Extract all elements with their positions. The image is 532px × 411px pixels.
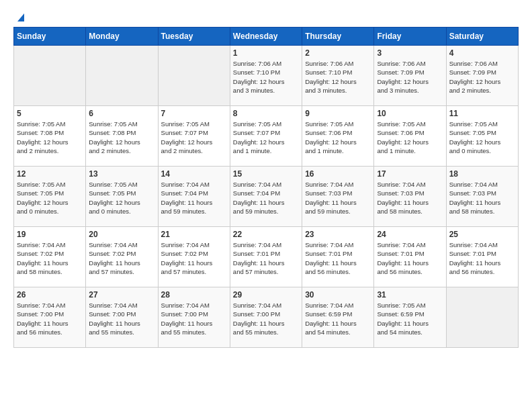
calendar-cell: 19Sunrise: 7:04 AM Sunset: 7:02 PM Dayli… <box>14 227 86 287</box>
day-info: Sunrise: 7:04 AM Sunset: 7:01 PM Dayligh… <box>449 240 515 276</box>
day-number: 29 <box>233 290 299 300</box>
day-number: 9 <box>305 109 371 118</box>
day-number: 18 <box>449 169 515 179</box>
day-info: Sunrise: 7:05 AM Sunset: 7:06 PM Dayligh… <box>377 120 443 155</box>
day-number: 19 <box>17 230 83 239</box>
calendar-cell <box>14 46 86 106</box>
week-row-4: 19Sunrise: 7:04 AM Sunset: 7:02 PM Dayli… <box>14 227 519 287</box>
day-info: Sunrise: 7:06 AM Sunset: 7:09 PM Dayligh… <box>377 59 443 95</box>
svg-marker-0 <box>17 13 24 21</box>
day-number: 5 <box>17 109 83 118</box>
day-number: 6 <box>89 109 154 118</box>
day-info: Sunrise: 7:05 AM Sunset: 6:59 PM Dayligh… <box>377 301 443 336</box>
logo-icon <box>15 11 27 23</box>
day-info: Sunrise: 7:05 AM Sunset: 7:05 PM Dayligh… <box>449 120 515 155</box>
calendar-cell: 15Sunrise: 7:04 AM Sunset: 7:04 PM Dayli… <box>230 167 302 227</box>
calendar-cell: 24Sunrise: 7:04 AM Sunset: 7:01 PM Dayli… <box>374 227 446 287</box>
calendar-cell: 30Sunrise: 7:04 AM Sunset: 6:59 PM Dayli… <box>302 287 374 348</box>
day-info: Sunrise: 7:04 AM Sunset: 7:00 PM Dayligh… <box>233 301 299 336</box>
calendar-cell: 20Sunrise: 7:04 AM Sunset: 7:02 PM Dayli… <box>86 227 158 287</box>
day-info: Sunrise: 7:06 AM Sunset: 7:10 PM Dayligh… <box>233 59 299 95</box>
day-number: 12 <box>17 169 83 179</box>
dow-header-monday: Monday <box>86 28 158 46</box>
page-header <box>13 13 519 20</box>
day-number: 16 <box>305 169 371 179</box>
calendar-cell: 7Sunrise: 7:05 AM Sunset: 7:07 PM Daylig… <box>158 106 230 167</box>
day-number: 24 <box>377 230 443 239</box>
dow-header-saturday: Saturday <box>446 28 518 46</box>
day-info: Sunrise: 7:05 AM Sunset: 7:05 PM Dayligh… <box>17 180 83 216</box>
day-info: Sunrise: 7:04 AM Sunset: 7:00 PM Dayligh… <box>17 301 83 336</box>
day-info: Sunrise: 7:04 AM Sunset: 7:04 PM Dayligh… <box>233 180 299 216</box>
logo <box>13 13 27 20</box>
day-info: Sunrise: 7:04 AM Sunset: 6:59 PM Dayligh… <box>305 301 371 336</box>
day-number: 10 <box>377 109 443 118</box>
day-number: 28 <box>161 290 227 300</box>
calendar-cell: 12Sunrise: 7:05 AM Sunset: 7:05 PM Dayli… <box>14 167 86 227</box>
day-number: 13 <box>89 169 154 179</box>
week-row-1: 1Sunrise: 7:06 AM Sunset: 7:10 PM Daylig… <box>14 46 519 106</box>
calendar-cell <box>86 46 158 106</box>
dow-header-sunday: Sunday <box>14 28 86 46</box>
calendar-cell: 28Sunrise: 7:04 AM Sunset: 7:00 PM Dayli… <box>158 287 230 348</box>
day-number: 31 <box>377 290 443 300</box>
day-number: 8 <box>233 109 299 118</box>
day-info: Sunrise: 7:04 AM Sunset: 7:03 PM Dayligh… <box>449 180 515 216</box>
day-number: 25 <box>449 230 515 239</box>
calendar-cell: 3Sunrise: 7:06 AM Sunset: 7:09 PM Daylig… <box>374 46 446 106</box>
day-info: Sunrise: 7:06 AM Sunset: 7:09 PM Dayligh… <box>449 59 515 95</box>
calendar-cell: 6Sunrise: 7:05 AM Sunset: 7:08 PM Daylig… <box>86 106 158 167</box>
calendar-cell: 26Sunrise: 7:04 AM Sunset: 7:00 PM Dayli… <box>14 287 86 348</box>
calendar-cell: 17Sunrise: 7:04 AM Sunset: 7:03 PM Dayli… <box>374 167 446 227</box>
calendar-cell: 1Sunrise: 7:06 AM Sunset: 7:10 PM Daylig… <box>230 46 302 106</box>
day-info: Sunrise: 7:04 AM Sunset: 7:02 PM Dayligh… <box>161 240 227 276</box>
calendar-cell: 9Sunrise: 7:05 AM Sunset: 7:06 PM Daylig… <box>302 106 374 167</box>
calendar-cell: 21Sunrise: 7:04 AM Sunset: 7:02 PM Dayli… <box>158 227 230 287</box>
day-info: Sunrise: 7:05 AM Sunset: 7:06 PM Dayligh… <box>305 120 371 155</box>
dow-header-tuesday: Tuesday <box>158 28 230 46</box>
week-row-5: 26Sunrise: 7:04 AM Sunset: 7:00 PM Dayli… <box>14 287 519 348</box>
day-number: 1 <box>233 48 299 58</box>
calendar-cell <box>446 287 518 348</box>
day-info: Sunrise: 7:04 AM Sunset: 7:00 PM Dayligh… <box>89 301 154 336</box>
day-info: Sunrise: 7:04 AM Sunset: 7:01 PM Dayligh… <box>377 240 443 276</box>
dow-header-thursday: Thursday <box>302 28 374 46</box>
calendar-cell: 22Sunrise: 7:04 AM Sunset: 7:01 PM Dayli… <box>230 227 302 287</box>
calendar-cell: 25Sunrise: 7:04 AM Sunset: 7:01 PM Dayli… <box>446 227 518 287</box>
calendar-cell: 8Sunrise: 7:05 AM Sunset: 7:07 PM Daylig… <box>230 106 302 167</box>
day-info: Sunrise: 7:05 AM Sunset: 7:08 PM Dayligh… <box>17 120 83 155</box>
day-number: 4 <box>449 48 515 58</box>
dow-header-wednesday: Wednesday <box>230 28 302 46</box>
calendar-cell: 18Sunrise: 7:04 AM Sunset: 7:03 PM Dayli… <box>446 167 518 227</box>
calendar-body: 1Sunrise: 7:06 AM Sunset: 7:10 PM Daylig… <box>14 46 519 348</box>
calendar-cell: 14Sunrise: 7:04 AM Sunset: 7:04 PM Dayli… <box>158 167 230 227</box>
day-number: 14 <box>161 169 227 179</box>
calendar-cell: 27Sunrise: 7:04 AM Sunset: 7:00 PM Dayli… <box>86 287 158 348</box>
week-row-2: 5Sunrise: 7:05 AM Sunset: 7:08 PM Daylig… <box>14 106 519 167</box>
day-info: Sunrise: 7:05 AM Sunset: 7:07 PM Dayligh… <box>161 120 227 155</box>
day-number: 22 <box>233 230 299 239</box>
day-number: 3 <box>377 48 443 58</box>
day-info: Sunrise: 7:04 AM Sunset: 7:01 PM Dayligh… <box>305 240 371 276</box>
day-number: 20 <box>89 230 154 239</box>
days-of-week-row: SundayMondayTuesdayWednesdayThursdayFrid… <box>14 28 519 46</box>
week-row-3: 12Sunrise: 7:05 AM Sunset: 7:05 PM Dayli… <box>14 167 519 227</box>
day-number: 23 <box>305 230 371 239</box>
calendar-cell: 10Sunrise: 7:05 AM Sunset: 7:06 PM Dayli… <box>374 106 446 167</box>
calendar-cell: 31Sunrise: 7:05 AM Sunset: 6:59 PM Dayli… <box>374 287 446 348</box>
day-info: Sunrise: 7:05 AM Sunset: 7:07 PM Dayligh… <box>233 120 299 155</box>
day-number: 15 <box>233 169 299 179</box>
dow-header-friday: Friday <box>374 28 446 46</box>
day-info: Sunrise: 7:04 AM Sunset: 7:00 PM Dayligh… <box>161 301 227 336</box>
day-info: Sunrise: 7:04 AM Sunset: 7:03 PM Dayligh… <box>305 180 371 216</box>
calendar-cell: 29Sunrise: 7:04 AM Sunset: 7:00 PM Dayli… <box>230 287 302 348</box>
day-info: Sunrise: 7:04 AM Sunset: 7:02 PM Dayligh… <box>17 240 83 276</box>
calendar-cell: 4Sunrise: 7:06 AM Sunset: 7:09 PM Daylig… <box>446 46 518 106</box>
day-info: Sunrise: 7:04 AM Sunset: 7:03 PM Dayligh… <box>377 180 443 216</box>
calendar-cell: 16Sunrise: 7:04 AM Sunset: 7:03 PM Dayli… <box>302 167 374 227</box>
day-info: Sunrise: 7:04 AM Sunset: 7:01 PM Dayligh… <box>233 240 299 276</box>
day-number: 17 <box>377 169 443 179</box>
calendar-cell: 13Sunrise: 7:05 AM Sunset: 7:05 PM Dayli… <box>86 167 158 227</box>
calendar-cell: 11Sunrise: 7:05 AM Sunset: 7:05 PM Dayli… <box>446 106 518 167</box>
calendar-cell: 5Sunrise: 7:05 AM Sunset: 7:08 PM Daylig… <box>14 106 86 167</box>
